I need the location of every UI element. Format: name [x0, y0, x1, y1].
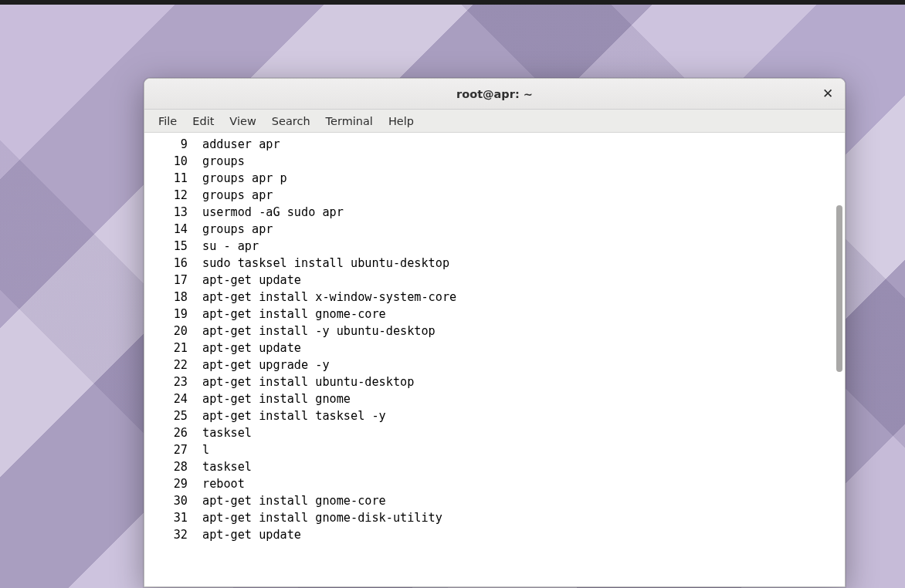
history-command: apt-get install x-window-system-core: [202, 289, 845, 306]
history-line: 9 adduser apr: [144, 136, 845, 153]
history-gap: [188, 509, 202, 526]
history-number: 32: [144, 526, 188, 543]
history-line: 10 groups: [144, 153, 845, 170]
history-command: adduser apr: [202, 136, 845, 153]
history-gap: [188, 475, 202, 492]
terminal-viewport: 9 adduser apr10 groups11 groups apr p12 …: [144, 133, 845, 586]
history-line: 24 apt-get install gnome: [144, 390, 845, 407]
history-gap: [188, 407, 202, 424]
history-line: 11 groups apr p: [144, 170, 845, 187]
history-number: 24: [144, 390, 188, 407]
history-command: su - apr: [202, 238, 845, 255]
menu-view[interactable]: View: [222, 112, 263, 130]
history-command: apt-get install ubuntu-desktop: [202, 373, 845, 390]
history-line: 27 l: [144, 441, 845, 458]
history-command: groups apr: [202, 187, 845, 204]
close-button[interactable]: ✕: [820, 86, 836, 102]
history-gap: [188, 153, 202, 170]
history-line: 26 tasksel: [144, 424, 845, 441]
history-command: apt-get update: [202, 526, 845, 543]
history-command: apt-get upgrade -y: [202, 357, 845, 373]
history-line: 12 groups apr: [144, 187, 845, 204]
history-number: 31: [144, 509, 188, 526]
history-number: 20: [144, 323, 188, 340]
history-line: 31 apt-get install gnome-disk-utility: [144, 509, 845, 526]
history-command: usermod -aG sudo apr: [202, 204, 845, 221]
history-number: 10: [144, 153, 188, 170]
scrollbar-thumb[interactable]: [836, 205, 842, 372]
history-command: apt-get install gnome-core: [202, 306, 845, 323]
history-gap: [188, 526, 202, 543]
history-gap: [188, 323, 202, 340]
history-command: groups apr p: [202, 170, 845, 187]
history-gap: [188, 289, 202, 306]
history-command: apt-get install gnome-core: [202, 492, 845, 509]
history-command: tasksel: [202, 424, 845, 441]
history-gap: [188, 357, 202, 373]
history-gap: [188, 306, 202, 323]
menu-search[interactable]: Search: [264, 112, 318, 130]
history-command: sudo tasksel install ubuntu-desktop: [202, 255, 845, 272]
history-gap: [188, 492, 202, 509]
history-gap: [188, 272, 202, 289]
history-line: 14 groups apr: [144, 221, 845, 238]
history-gap: [188, 373, 202, 390]
menu-file[interactable]: File: [151, 112, 185, 130]
history-number: 15: [144, 238, 188, 255]
history-line: 21 apt-get update: [144, 340, 845, 357]
history-number: 23: [144, 373, 188, 390]
history-gap: [188, 204, 202, 221]
history-command: apt-get install gnome: [202, 390, 845, 407]
history-number: 19: [144, 306, 188, 323]
close-icon: ✕: [822, 87, 833, 100]
menu-edit[interactable]: Edit: [185, 112, 222, 130]
history-gap: [188, 170, 202, 187]
history-line: 23 apt-get install ubuntu-desktop: [144, 373, 845, 390]
history-number: 14: [144, 221, 188, 238]
history-command: apt-get update: [202, 272, 845, 289]
history-line: 28 tasksel: [144, 458, 845, 475]
window-title: root@apr: ~: [456, 88, 533, 100]
history-line: 20 apt-get install -y ubuntu-desktop: [144, 323, 845, 340]
history-gap: [188, 255, 202, 272]
history-gap: [188, 424, 202, 441]
history-number: 21: [144, 340, 188, 357]
history-gap: [188, 136, 202, 153]
history-command: apt-get update: [202, 340, 845, 357]
history-number: 25: [144, 407, 188, 424]
history-line: 29 reboot: [144, 475, 845, 492]
history-number: 13: [144, 204, 188, 221]
history-line: 13 usermod -aG sudo apr: [144, 204, 845, 221]
history-line: 22 apt-get upgrade -y: [144, 357, 845, 373]
history-command: reboot: [202, 475, 845, 492]
history-command: apt-get install gnome-disk-utility: [202, 509, 845, 526]
history-number: 29: [144, 475, 188, 492]
menu-help[interactable]: Help: [381, 112, 422, 130]
history-number: 17: [144, 272, 188, 289]
history-command: l: [202, 441, 845, 458]
history-number: 22: [144, 357, 188, 373]
history-number: 12: [144, 187, 188, 204]
history-number: 16: [144, 255, 188, 272]
menu-terminal[interactable]: Terminal: [318, 112, 381, 130]
history-line: 30 apt-get install gnome-core: [144, 492, 845, 509]
history-line: 19 apt-get install gnome-core: [144, 306, 845, 323]
history-gap: [188, 221, 202, 238]
history-line: 16 sudo tasksel install ubuntu-desktop: [144, 255, 845, 272]
window-titlebar[interactable]: root@apr: ~ ✕: [144, 79, 845, 110]
history-number: 30: [144, 492, 188, 509]
history-command: groups apr: [202, 221, 845, 238]
history-command: apt-get install tasksel -y: [202, 407, 845, 424]
gnome-top-bar: [0, 0, 905, 5]
terminal-content[interactable]: 9 adduser apr10 groups11 groups apr p12 …: [144, 133, 845, 586]
scrollbar-track[interactable]: [835, 137, 842, 582]
history-gap: [188, 390, 202, 407]
history-line: 18 apt-get install x-window-system-core: [144, 289, 845, 306]
history-line: 15 su - apr: [144, 238, 845, 255]
history-number: 27: [144, 441, 188, 458]
history-line: 17 apt-get update: [144, 272, 845, 289]
history-gap: [188, 238, 202, 255]
menubar: File Edit View Search Terminal Help: [144, 110, 845, 133]
history-command: groups: [202, 153, 845, 170]
history-command: apt-get install -y ubuntu-desktop: [202, 323, 845, 340]
